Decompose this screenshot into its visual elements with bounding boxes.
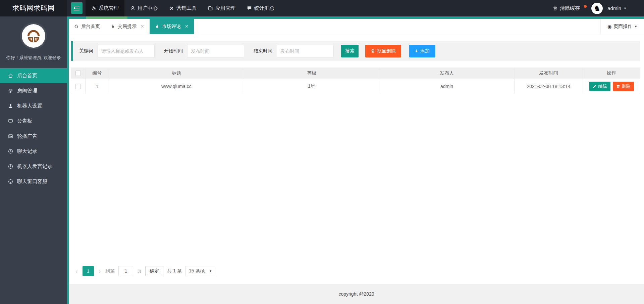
home-icon: [74, 24, 78, 29]
tab-trade-tips[interactable]: 交易提示 ✕: [105, 19, 150, 34]
header-level: 等级: [244, 68, 379, 79]
nav-item-label: 系统管理: [99, 5, 119, 11]
smiley-icon: [8, 179, 13, 184]
cell-id: 1: [86, 79, 109, 94]
page-operations-label: 页面操作: [613, 24, 632, 30]
page-number-button[interactable]: 1: [83, 266, 94, 276]
avatar[interactable]: ♞: [591, 3, 603, 14]
header-id: 编号: [86, 68, 109, 79]
sidebar-item-board[interactable]: 公告板: [0, 114, 67, 129]
trash-icon: [371, 49, 375, 53]
chevron-left-icon[interactable]: ‹: [74, 268, 79, 274]
per-page-value: 15 条/页: [189, 268, 206, 274]
filter-bar: 关键词 开始时间 结束时间 搜索 批量删除 + 添加: [71, 41, 640, 61]
nav-item-apps[interactable]: 应用管理: [202, 0, 241, 16]
nav-item-label: 应用管理: [215, 5, 235, 11]
start-time-label: 开始时间: [164, 48, 183, 54]
pagination: ‹ 1 › 到第 页 确定 共 1 条 15 条/页 ▼: [74, 266, 215, 276]
sidebar-item-chat-service[interactable]: 聊天窗口客服: [0, 174, 67, 189]
header-publisher: 发布人: [379, 68, 515, 79]
edit-button[interactable]: 编辑: [589, 82, 610, 91]
tab-label: 交易提示: [118, 24, 137, 30]
chevron-down-icon: ▼: [634, 25, 637, 28]
goto-page-input[interactable]: [118, 266, 133, 276]
close-icon[interactable]: ✕: [141, 24, 144, 29]
page-operations-dropdown[interactable]: ◉ 页面操作 ▼: [600, 19, 644, 34]
tab-label: 后台首页: [81, 24, 100, 30]
tab-market-comments[interactable]: 市场评论 ✕: [150, 19, 194, 34]
emblem-icon: [25, 27, 42, 45]
row-checkbox[interactable]: [75, 84, 81, 89]
header-title: 标题: [109, 68, 244, 79]
gear-icon: [8, 88, 13, 93]
main-content: 后台首页 交易提示 ✕ 市场评论 ✕ ◉ 页面操作 ▼ 关键词: [67, 16, 644, 304]
image-icon: [8, 134, 13, 139]
nav-item-label: 用户中心: [138, 5, 158, 11]
sidebar-item-label: 房间管理: [17, 88, 37, 94]
cell-time: 2021-02-08 18:13:14: [515, 79, 583, 94]
sidebar-item-rooms[interactable]: 房间管理: [0, 83, 67, 98]
table-row: 1 www.qiuma.cc 1星 admin 2021-02-08 18:13…: [71, 79, 640, 94]
welcome-text: 你好！系统管理员, 欢迎登录: [0, 55, 67, 61]
keyword-label: 关键词: [79, 48, 93, 54]
end-time-input[interactable]: [277, 45, 334, 57]
sidebar-item-carousel-ads[interactable]: 轮播广告: [0, 129, 67, 144]
sidebar-item-chat-logs[interactable]: 聊天记录: [0, 144, 67, 159]
sidebar-menu: 后台首页 房间管理 机器人设置 公告板 轮播广告: [0, 68, 67, 189]
sidebar-item-label: 机器人设置: [17, 103, 42, 109]
top-menu: 系统管理 用户中心 营销工具 应用管理 统计汇总: [86, 0, 280, 16]
tab-home[interactable]: 后台首页: [69, 19, 105, 34]
clear-cache-button[interactable]: 清除缓存: [553, 5, 580, 11]
sidebar: 你好！系统管理员, 欢迎登录 后台首页 房间管理 机器人设置 公告板: [0, 16, 67, 304]
nav-item-label: 统计汇总: [254, 5, 274, 11]
keyword-input[interactable]: [98, 45, 155, 57]
select-all-checkbox[interactable]: [75, 71, 81, 76]
robot-icon: [111, 24, 115, 29]
chevron-right-icon[interactable]: ›: [98, 268, 102, 274]
tabs-bar: 后台首页 交易提示 ✕ 市场评论 ✕ ◉ 页面操作 ▼: [69, 19, 644, 34]
sidebar-toggle-button[interactable]: [71, 2, 83, 14]
nav-item-marketing[interactable]: 营销工具: [163, 0, 202, 16]
clock-icon: [8, 149, 13, 154]
sidebar-item-home[interactable]: 后台首页: [0, 68, 67, 83]
trash-icon: [616, 84, 620, 88]
sidebar-item-label: 公告板: [17, 118, 32, 124]
goto-suffix: 页: [137, 268, 142, 274]
sidebar-item-robot-speech-logs[interactable]: 机器人发言记录: [0, 159, 67, 174]
batch-delete-button[interactable]: 批量删除: [365, 45, 401, 57]
home-icon: [8, 73, 13, 78]
end-time-label: 结束时间: [254, 48, 272, 54]
navbar-right: 清除缓存 ♞ admin ▼: [553, 0, 644, 16]
tools-icon: [169, 6, 174, 11]
nav-item-system[interactable]: 系统管理: [86, 0, 124, 16]
collapse-arrow-icon: [72, 7, 75, 9]
gear-icon: [91, 6, 96, 11]
stats-icon: [247, 6, 252, 11]
user-menu[interactable]: admin ▼: [607, 5, 627, 11]
clear-cache-label: 清除缓存: [560, 5, 580, 11]
username: admin: [607, 5, 621, 11]
header-time: 发布时间: [515, 68, 583, 79]
sidebar-item-label: 轮播广告: [17, 133, 37, 139]
delete-button-label: 删除: [622, 83, 631, 89]
trash-icon: [553, 6, 557, 11]
search-button[interactable]: 搜索: [341, 45, 359, 57]
active-menu-indicator: [86, 16, 127, 19]
nav-item-user-center[interactable]: 用户中心: [124, 0, 163, 16]
close-icon[interactable]: ✕: [185, 24, 189, 29]
plus-icon: +: [415, 48, 418, 54]
confirm-button[interactable]: 确定: [145, 266, 163, 276]
add-button[interactable]: + 添加: [409, 45, 435, 57]
cell-title: www.qiuma.cc: [109, 79, 244, 94]
sidebar-item-label: 机器人发言记录: [17, 163, 52, 170]
delete-button[interactable]: 删除: [613, 82, 634, 91]
sidebar-item-robot-settings[interactable]: 机器人设置: [0, 98, 67, 114]
sidebar-item-label: 聊天记录: [17, 148, 37, 155]
cell-publisher: admin: [379, 79, 515, 94]
robot-icon: [155, 24, 159, 29]
user-icon: [130, 6, 135, 11]
board-icon: [8, 119, 13, 124]
per-page-select[interactable]: 15 条/页 ▼: [185, 266, 215, 276]
start-time-input[interactable]: [187, 45, 244, 57]
nav-item-stats[interactable]: 统计汇总: [241, 0, 280, 16]
